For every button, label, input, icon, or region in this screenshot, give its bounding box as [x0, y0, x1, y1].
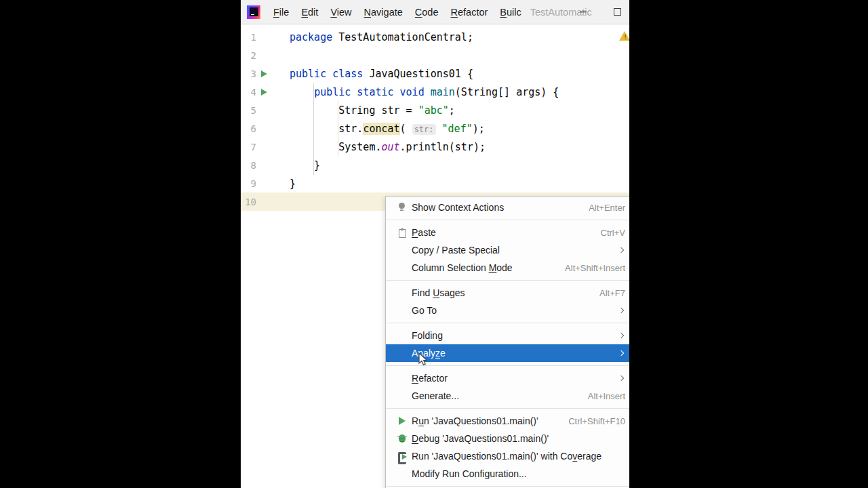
code-line-6[interactable]: 6 str.concat( str: "def");	[241, 119, 629, 138]
code-segment: out	[381, 141, 399, 153]
run-arrow-icon[interactable]	[256, 89, 271, 96]
run-icon	[397, 415, 408, 426]
menu-separator	[386, 486, 629, 487]
menubar-item-view[interactable]: View	[324, 0, 357, 24]
inspections-widget[interactable]: !	[619, 31, 629, 42]
menubar-item-edit[interactable]: Edit	[295, 0, 324, 24]
code-segment: "def"	[442, 123, 473, 135]
code-line-7[interactable]: 7 System.out.println(str);	[241, 138, 629, 156]
code-line-5[interactable]: 5 String str = "abc";	[241, 101, 629, 119]
code-segment: .println(str);	[400, 141, 486, 153]
menu-item-shortcut: Alt+F7	[599, 288, 625, 298]
menu-item-go-to[interactable]: Go To	[386, 302, 629, 319]
clipboard-icon	[397, 227, 408, 238]
menu-separator	[386, 280, 629, 281]
code-segment: (String[] args) {	[455, 86, 559, 98]
line-number[interactable]: 4	[241, 87, 256, 98]
menu-item-shortcut: Alt+Enter	[589, 203, 625, 213]
line-number[interactable]: 1	[241, 32, 256, 43]
menu-item-refactor[interactable]: Refactor	[386, 369, 629, 387]
line-number[interactable]: 10	[241, 197, 256, 207]
menu-item-label: Modify Run Configuration...	[412, 468, 527, 479]
menu-item-copy-paste-special[interactable]: Copy / Paste Special	[386, 241, 629, 259]
menu-item-label: Folding	[412, 330, 443, 341]
line-number[interactable]: 8	[241, 160, 256, 171]
menu-icon-placeholder	[397, 468, 408, 479]
code-text: }	[271, 159, 320, 171]
menu-item-generate[interactable]: Generate...Alt+Insert	[386, 387, 629, 405]
code-rows: 1package TestAutomationCentral;23public …	[241, 25, 629, 211]
menu-item-label: Generate...	[412, 390, 459, 401]
code-segment: "abc"	[418, 104, 449, 117]
letterbox-left	[0, 0, 241, 488]
menu-item-column-selection-mode[interactable]: Column Selection ModeAlt+Shift+Insert	[386, 259, 629, 277]
menu-item-shortcut: Alt+Insert	[588, 391, 625, 401]
menu-item-find-usages[interactable]: Find UsagesAlt+F7	[386, 284, 629, 302]
code-segment: String str =	[290, 104, 418, 117]
line-number[interactable]: 9	[241, 178, 256, 189]
debug-icon	[397, 433, 408, 444]
menu-item-paste[interactable]: PasteCtrl+V	[386, 224, 629, 241]
code-segment	[436, 123, 442, 135]
code-segment: }	[290, 178, 296, 190]
submenu-arrow-icon	[618, 350, 624, 356]
menubar-item-refactor[interactable]: Refactor	[445, 0, 494, 24]
menu-item-label: Go To	[412, 305, 437, 316]
menu-item-folding[interactable]: Folding	[386, 327, 629, 344]
code-segment: JavaQuestions01 {	[363, 68, 473, 80]
code-segment: public class	[290, 68, 363, 80]
menu-item-run-javaquestions01-main[interactable]: Run 'JavaQuestions01.main()'Ctrl+Shift+F…	[386, 412, 629, 430]
code-segment: str:	[412, 124, 436, 135]
code-line-9[interactable]: 9}	[241, 174, 629, 192]
lightbulb-icon	[397, 202, 408, 213]
run-arrow-glyph	[261, 89, 267, 96]
menu-item-shortcut: Alt+Shift+Insert	[565, 263, 625, 273]
menu-icon-placeholder	[397, 390, 408, 401]
line-number[interactable]: 6	[241, 123, 256, 134]
code-segment: public static void	[314, 86, 425, 98]
menu-separator	[386, 323, 629, 323]
code-line-4[interactable]: 4 public static void main(String[] args)…	[241, 83, 629, 101]
code-segment	[290, 86, 314, 98]
code-segment: concat	[363, 123, 399, 135]
run-arrow-icon[interactable]	[256, 70, 271, 77]
context-menu: Show Context ActionsAlt+EnterPasteCtrl+V…	[385, 196, 629, 488]
code-line-1[interactable]: 1package TestAutomationCentral;	[241, 28, 629, 46]
intellij-logo-inner	[250, 7, 258, 16]
menubar-item-code[interactable]: Code	[409, 0, 445, 24]
code-text: System.out.println(str);	[271, 141, 486, 153]
menu-item-shortcut: Ctrl+Shift+F10	[568, 416, 625, 426]
code-line-8[interactable]: 8 }	[241, 156, 629, 174]
menu-item-label: Debug 'JavaQuestions01.main()'	[412, 433, 549, 444]
menu-item-debug-javaquestions01-main[interactable]: Debug 'JavaQuestions01.main()'	[386, 430, 629, 447]
menu-item-run-javaquestions01-main-with-coverage[interactable]: Run 'JavaQuestions01.main()' with Covera…	[386, 447, 629, 465]
maximize-button[interactable]	[610, 5, 624, 19]
menu-separator	[386, 408, 629, 409]
submenu-arrow-icon	[618, 308, 624, 313]
coverage-icon	[397, 451, 408, 462]
warning-mark: !	[624, 34, 627, 41]
menu-icon-placeholder	[397, 373, 408, 384]
minimize-button[interactable]: –	[574, 0, 593, 24]
menu-item-modify-run-configuration[interactable]: Modify Run Configuration...	[386, 465, 629, 483]
submenu-arrow-icon	[618, 375, 624, 381]
line-number[interactable]: 2	[241, 50, 256, 61]
line-number[interactable]: 3	[241, 68, 256, 79]
code-segment: (	[400, 123, 412, 135]
menubar: FileEditViewNavigateCodeRefactorBuilc	[267, 0, 528, 24]
menu-icon-placeholder	[397, 330, 408, 341]
line-number[interactable]: 7	[241, 142, 256, 152]
code-segment: );	[473, 123, 485, 135]
code-segment: TestAutomationCentral;	[332, 31, 473, 43]
code-segment: str.	[290, 123, 363, 135]
intellij-logo-icon[interactable]	[247, 5, 260, 19]
code-line-2[interactable]: 2	[241, 46, 629, 64]
menubar-item-navigate[interactable]: Navigate	[358, 0, 409, 24]
line-number[interactable]: 5	[241, 105, 256, 116]
code-line-3[interactable]: 3public class JavaQuestions01 {	[241, 64, 629, 83]
menu-item-show-context-actions[interactable]: Show Context ActionsAlt+Enter	[386, 199, 629, 216]
menubar-item-file[interactable]: File	[267, 0, 295, 24]
code-segment: System.	[290, 141, 381, 153]
menubar-item-builc[interactable]: Builc	[494, 0, 527, 24]
menu-item-shortcut: Ctrl+V	[601, 228, 625, 238]
